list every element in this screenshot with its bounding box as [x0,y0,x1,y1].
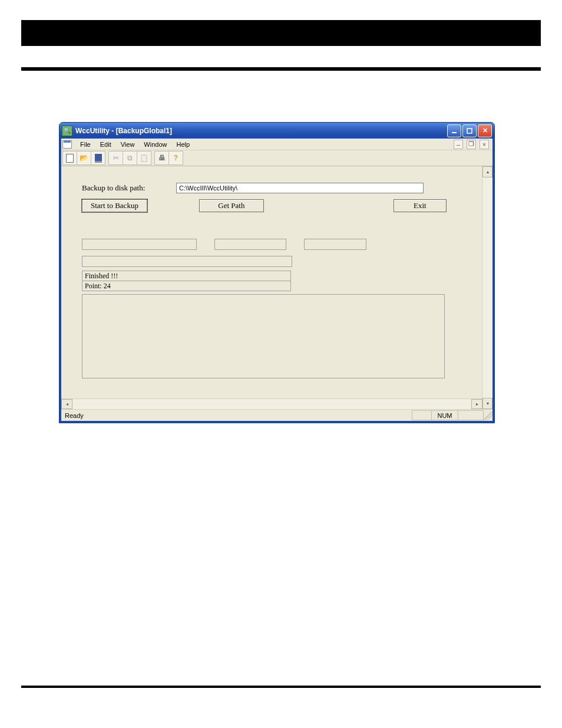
minimize-icon [451,128,457,134]
mdi-close-button[interactable]: × [480,140,489,149]
scroll-down-button[interactable]: ▾ [482,398,492,409]
progress-box-3 [304,239,366,250]
menu-file[interactable]: File [75,140,95,149]
window-titlebar[interactable]: 🔍 WccUtility - [BackupGlobal1] ✕ [59,123,494,139]
cut-icon: ✂ [113,154,119,162]
statusbar-num-cell: NUM [431,410,458,420]
close-icon: ✕ [482,127,488,134]
exit-button[interactable]: Exit [394,199,447,212]
copy-icon: ⧉ [127,154,133,162]
top-divider [21,67,541,71]
toolbar-cut-button[interactable]: ✂ [108,151,123,165]
progress-box-2 [214,239,286,250]
resize-grip-icon[interactable] [483,411,492,420]
menu-help[interactable]: Help [171,140,194,149]
form-area: ▴ ▾ Backup to disk path: Start to Backup… [61,166,492,409]
maximize-icon [467,128,472,134]
backup-path-row: Backup to disk path: [82,183,465,193]
progress-boxes [82,239,465,250]
progress-box-1 [82,239,197,250]
vertical-scrollbar[interactable]: ▴ ▾ [482,166,492,409]
progress-bar-long [82,256,292,267]
status-line-2: Point: 24 [82,281,291,291]
application-window: 🔍 WccUtility - [BackupGlobal1] ✕ File Ed… [59,122,495,423]
help-icon: ? [174,154,178,162]
menu-view[interactable]: View [116,140,140,149]
toolbar-save-button[interactable] [91,151,105,165]
toolbar: 📂 ✂ ⧉ 📋 🖶 ? [61,150,492,166]
scroll-up-button[interactable]: ▴ [482,166,492,177]
get-path-button[interactable]: Get Path [199,199,264,212]
form-content: Backup to disk path: Start to Backup Get… [61,166,482,398]
backup-path-label: Backup to disk path: [82,183,176,193]
start-backup-button[interactable]: Start to Backup [82,199,147,212]
svg-rect-1 [467,129,472,133]
close-button[interactable]: ✕ [478,124,492,137]
horizontal-scrollbar[interactable]: ◂ ▸ [61,398,482,409]
new-file-icon [66,154,74,163]
menu-edit[interactable]: Edit [95,140,116,149]
scroll-right-button[interactable]: ▸ [471,399,482,409]
status-ready-text: Ready [61,412,87,419]
toolbar-print-button[interactable]: 🖶 [154,151,169,165]
save-icon [95,154,102,163]
menu-window[interactable]: Window [139,140,171,149]
toolbar-open-button[interactable]: 📂 [77,151,91,165]
toolbar-copy-button[interactable]: ⧉ [123,151,137,165]
status-finished-text: Finished !!! [85,272,118,280]
menu-bar: File Edit View Window Help – ❐ × [61,139,492,150]
maximize-button[interactable] [462,124,477,137]
status-line-1: Finished !!! [82,271,291,281]
status-point-text: Point: 24 [85,282,111,290]
mdi-restore-button[interactable]: ❐ [467,140,476,149]
statusbar-cell-1 [412,410,432,420]
buttons-row: Start to Backup Get Path Exit [82,199,465,212]
open-folder-icon: 📂 [80,154,88,162]
statusbar-cell-3 [458,410,484,420]
toolbar-help-button[interactable]: ? [168,151,183,165]
top-black-bar [21,20,541,46]
bottom-divider [21,686,541,688]
mdi-document-icon[interactable] [62,140,72,149]
svg-rect-0 [452,132,457,133]
window-title: WccUtility - [BackupGlobal1] [75,127,172,135]
app-icon: 🔍 [62,126,72,136]
minimize-button[interactable] [447,124,461,137]
backup-path-input[interactable] [176,183,424,193]
toolbar-paste-button[interactable]: 📋 [137,151,151,165]
mdi-minimize-button[interactable]: – [454,140,463,149]
status-bar: Ready NUM [61,409,492,421]
scroll-left-button[interactable]: ◂ [61,399,72,409]
client-area: File Edit View Window Help – ❐ × 📂 ✂ ⧉ [59,139,494,423]
paste-icon: 📋 [140,154,148,162]
toolbar-new-button[interactable] [62,151,77,165]
print-icon: 🖶 [158,154,166,162]
log-box [82,294,445,378]
mdi-buttons: – ❐ × [454,140,492,149]
window-buttons: ✕ [447,124,492,137]
document-page: 🔍 WccUtility - [BackupGlobal1] ✕ File Ed… [0,0,562,728]
